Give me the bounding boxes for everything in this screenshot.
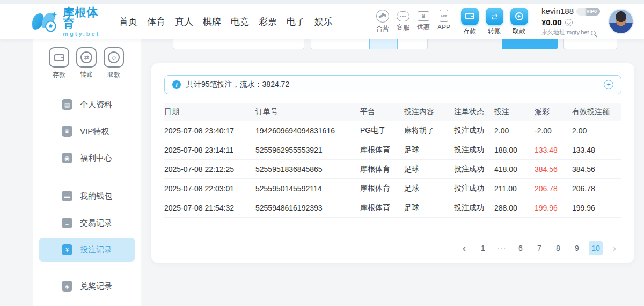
sidebar-item-redeem-records[interactable]: ◈ 兑奖记录	[33, 273, 141, 300]
sidebar-item-profile[interactable]: ▤ 个人资料	[33, 91, 141, 118]
cell-valid: 133.48	[572, 146, 621, 154]
football-m-logo-icon	[30, 10, 58, 33]
page-10-active[interactable]: 10	[589, 241, 603, 255]
col-status: 注单状态	[454, 107, 494, 117]
nav-slots[interactable]: 电子	[287, 16, 305, 28]
username[interactable]: kevin188	[541, 6, 574, 17]
cell-date: 2025-07-08 22:03:01	[164, 184, 255, 193]
page-ellipsis[interactable]: ···	[495, 241, 509, 255]
promotions-link[interactable]: ¥ 优惠	[414, 10, 433, 33]
transfer-button[interactable]: ⇄ 转账	[482, 8, 506, 36]
main-nav: 首页 体育 真人 棋牌 电竞 彩票 电子 娱乐	[119, 16, 333, 28]
sidebar-menu: ▤ 个人资料 ♛ VIP特权 ◉ 福利中心 ▬ 我的钱包 ≡ 交易记录 ¥	[33, 91, 141, 300]
chat-icon: •••	[397, 11, 409, 21]
nav-entertainment[interactable]: 娱乐	[314, 16, 333, 28]
search-icon[interactable]	[591, 31, 596, 35]
withdraw-button[interactable]: ◆ 取款	[507, 8, 531, 36]
table-row: 2025-07-08 22:03:01 5255950145592114 摩根体…	[164, 179, 621, 198]
nav-live-casino[interactable]: 真人	[175, 16, 193, 28]
brand-logo[interactable]: 摩根体育 mgty.bet	[30, 6, 109, 37]
page-9[interactable]: 9	[570, 241, 584, 255]
balance-amount: ¥0.00	[541, 18, 562, 28]
sidebar-quick-actions: 存款 ⇄ 转账 ◇ 取款	[33, 39, 141, 79]
transfer-arrows-icon: ⇄	[486, 8, 503, 25]
nav-home[interactable]: 首页	[119, 16, 137, 28]
plus-circle-icon[interactable]: +	[604, 80, 613, 89]
cell-bet: 188.00	[494, 146, 535, 154]
table-row: 2025-07-08 22:12:25 5255951836845865 摩根体…	[164, 160, 621, 179]
col-platform: 平台	[360, 107, 404, 117]
id-card-icon: ▤	[62, 99, 72, 110]
sidebar-transfer-button[interactable]: ⇄ 转账	[76, 47, 97, 79]
redeem-icon: ◈	[62, 281, 72, 292]
cell-order: 5255948616192393	[255, 204, 360, 212]
cell-order: 5255950145592114	[255, 184, 360, 193]
page-1[interactable]: 1	[476, 241, 490, 255]
prev-page-button[interactable]: ‹	[457, 241, 471, 255]
page-8[interactable]: 8	[551, 241, 565, 255]
coupon-icon: ¥	[418, 11, 429, 21]
cell-date: 2025-07-08 21:54:32	[164, 204, 255, 212]
sidebar-item-bet-records[interactable]: ¥ 投注记录	[39, 238, 135, 262]
cell-status: 投注成功	[454, 145, 494, 155]
gift-box-icon: ◉	[62, 153, 72, 163]
sidebar-item-transactions[interactable]: ≡ 交易记录	[33, 210, 141, 236]
handshake-icon	[376, 10, 389, 23]
cell-content: 足球	[404, 165, 454, 174]
nav-board-games[interactable]: 棋牌	[203, 16, 221, 28]
pagination: ‹ 1 ··· 6 7 8 9 10 ›	[457, 241, 621, 255]
balance-dropdown-icon[interactable]	[565, 19, 573, 26]
cell-content: 足球	[404, 203, 454, 213]
wallet-icon: ▬	[62, 191, 72, 201]
cell-date: 2025-07-08 23:40:17	[164, 126, 255, 135]
info-icon: i	[172, 80, 181, 89]
ledger-icon: ≡	[62, 218, 72, 228]
cell-date: 2025-07-08 23:14:11	[164, 146, 255, 154]
brand-domain: mgty.bet	[63, 31, 109, 37]
bet-records-table: 日期 订单号 平台 投注内容 注单状态 投注 派彩 有效投注额 2025-07-…	[164, 103, 621, 218]
cell-payout: 384.56	[535, 165, 572, 174]
cell-platform: 摩根体育	[360, 203, 404, 213]
nav-lottery[interactable]: 彩票	[259, 16, 277, 28]
partner-link[interactable]: 合营	[373, 10, 392, 33]
cell-platform: 摩根体育	[360, 184, 404, 193]
cell-bet: 211.00	[494, 184, 535, 193]
cell-valid: 199.96	[572, 204, 621, 212]
bet-records-card: i 共计95笔投注，流水：3824.72 + 日期 订单号 平台 投注内容 注单…	[151, 63, 634, 263]
sidebar-item-welfare[interactable]: ◉ 福利中心	[33, 145, 141, 171]
col-bet: 投注	[494, 107, 535, 117]
cell-valid: 206.78	[572, 184, 621, 193]
cell-date: 2025-07-08 22:12:25	[164, 165, 255, 174]
phone-app-icon: APP	[440, 10, 448, 22]
withdraw-icon: ◇	[104, 47, 124, 68]
sidebar-withdraw-button[interactable]: ◇ 取款	[103, 47, 125, 79]
cell-content: 麻将胡了	[404, 126, 454, 136]
cell-valid: 2.00	[572, 126, 621, 135]
cell-payout: 206.78	[535, 184, 572, 193]
sidebar-deposit-button[interactable]: 存款	[48, 47, 70, 79]
app-download-link[interactable]: APP APP	[434, 10, 453, 33]
nav-sports[interactable]: 体育	[147, 16, 165, 28]
page-7[interactable]: 7	[532, 241, 546, 255]
summary-bar: i 共计95笔投注，流水：3824.72 +	[164, 75, 621, 94]
header-wallet-actions: 存款 ⇄ 转账 ◆ 取款	[458, 8, 531, 36]
user-avatar[interactable]	[608, 9, 634, 34]
nav-esports[interactable]: 电竞	[231, 16, 249, 28]
deposit-wallet-icon	[49, 47, 69, 68]
table-row: 2025-07-08 21:54:32 5255948616192393 摩根体…	[164, 198, 621, 218]
cell-bet: 418.00	[494, 165, 535, 174]
page-6[interactable]: 6	[514, 241, 528, 255]
sidebar-item-vip[interactable]: ♛ VIP特权	[33, 118, 141, 145]
cell-bet: 2.00	[494, 126, 535, 135]
cell-payout: -2.00	[535, 126, 572, 135]
table-row: 2025-07-08 23:40:17 1942609694094831616 …	[164, 121, 621, 140]
table-row: 2025-07-08 23:14:11 5255962955553921 摩根体…	[164, 140, 621, 160]
sidebar-divider	[40, 177, 134, 177]
customer-service-link[interactable]: ••• 客服	[393, 10, 413, 33]
account-sidebar: 存款 ⇄ 转账 ◇ 取款 ▤ 个人资料 ♛ VIP特权 ◉ 福利中心	[33, 39, 141, 306]
sidebar-item-wallet[interactable]: ▬ 我的钱包	[33, 183, 141, 210]
cell-status: 投注成功	[454, 126, 494, 136]
deposit-button[interactable]: 存款	[458, 8, 481, 36]
vip-badge[interactable]: VIP0	[576, 8, 600, 16]
next-page-button[interactable]: ›	[608, 241, 621, 255]
